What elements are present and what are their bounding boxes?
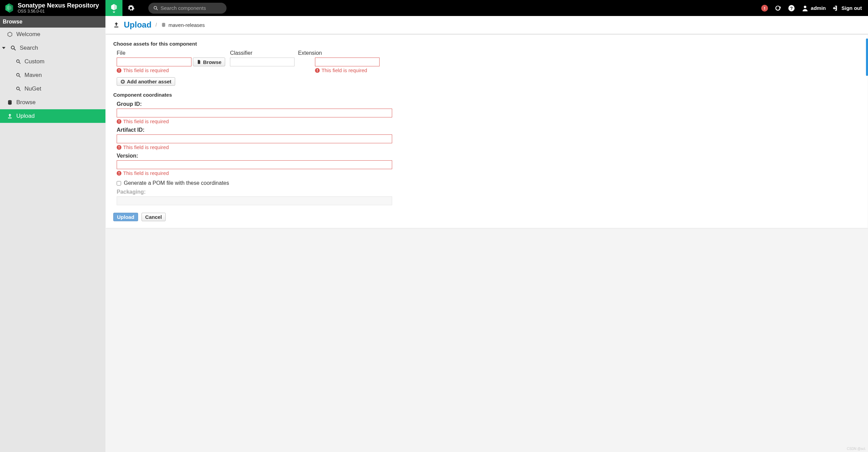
svg-line-1 [156,9,157,10]
form-panel: Choose assets for this component File Br… [106,34,868,228]
upload-icon [113,21,120,28]
asset-row: File Browse This field is required [113,50,860,73]
magnify-icon [16,86,21,92]
upload-button[interactable]: Upload [113,213,138,221]
svg-point-0 [154,6,157,9]
repo-name: maven-releases [168,22,205,28]
nexus-logo-icon [4,3,14,13]
svg-rect-30 [119,122,119,123]
sidebar: Browse Welcome Search Custom Maven NuGet [0,16,105,452]
file-input[interactable] [117,58,191,66]
svg-point-7 [11,46,14,49]
svg-rect-29 [119,120,119,122]
sidebar-item-label: Upload [16,113,35,119]
svg-rect-33 [119,148,119,149]
scrollbar-indicator[interactable] [866,38,868,76]
svg-line-10 [19,62,20,64]
sidebar-item-custom[interactable]: Custom [0,55,105,68]
sidebar-item-label: Browse [16,99,36,106]
add-asset-label: Add another asset [127,79,171,84]
version-error: This field is required [117,170,392,176]
upload-icon [7,113,13,119]
svg-point-18 [162,23,165,24]
error-icon [117,68,121,73]
alert-icon[interactable] [761,5,768,12]
svg-text:?: ? [790,5,793,11]
generate-pom-label: Generate a POM file with these coordinat… [124,180,229,186]
groupid-input[interactable] [117,109,392,117]
mode-admin-button[interactable] [122,0,139,16]
packaging-label: Packaging: [117,189,392,195]
svg-rect-24 [317,71,318,72]
svg-rect-27 [122,81,124,82]
cancel-button[interactable]: Cancel [141,213,166,221]
svg-rect-35 [119,172,119,173]
search-pill[interactable] [148,3,227,14]
sidebar-item-maven[interactable]: Maven [0,68,105,82]
extension-label: Extension [298,50,312,56]
sidebar-item-browse[interactable]: Browse [0,96,105,109]
file-label: File [117,50,225,56]
svg-rect-17 [114,27,118,28]
brand: Sonatype Nexus Repository OSS 3.56.0-01 [0,2,105,14]
hexagon-icon [7,31,13,37]
help-icon[interactable]: ? [788,4,795,12]
brand-title: Sonatype Nexus Repository [18,2,99,9]
cube-icon [110,3,118,11]
signout-icon [832,4,839,12]
topbar: Sonatype Nexus Repository OSS 3.56.0-01 [0,0,868,16]
svg-rect-2 [764,7,765,9]
svg-line-12 [19,76,20,77]
error-icon [315,68,320,73]
user-menu[interactable]: admin [801,4,826,12]
breadcrumb: Upload / maven-releases [105,16,868,34]
search-input[interactable] [161,5,222,11]
extension-input[interactable] [315,58,380,66]
svg-rect-16 [8,118,12,118]
main: Upload / maven-releases Choose assets fo… [105,16,868,452]
add-asset-button[interactable]: Add another asset [117,77,175,86]
groupid-error: This field is required [117,118,392,124]
error-icon [117,119,121,124]
magnify-icon [10,45,16,51]
sidebar-item-welcome[interactable]: Welcome [0,28,105,41]
page-title[interactable]: Upload [124,20,151,30]
file-error: This field is required [117,67,225,73]
signout-button[interactable]: Sign out [832,4,862,12]
search-icon [153,5,158,11]
svg-rect-23 [317,69,318,70]
sidebar-item-search[interactable]: Search [0,41,105,55]
sidebar-item-nuget[interactable]: NuGet [0,82,105,96]
svg-point-13 [17,87,19,90]
database-icon [7,99,13,106]
top-actions: ? admin Sign out [761,4,868,12]
browse-button[interactable]: Browse [193,58,225,66]
mode-browse-button[interactable] [105,0,122,16]
signout-label: Sign out [841,5,862,11]
chevron-down-icon [2,47,5,49]
generate-pom-checkbox[interactable] [117,181,121,185]
browse-label: Browse [203,59,221,65]
artifactid-error: This field is required [117,144,392,150]
sidebar-item-label: Custom [24,58,45,65]
chevron-down-icon [113,12,115,13]
artifactid-label: Artifact ID: [117,127,392,133]
version-input[interactable] [117,160,392,169]
classifier-input[interactable] [230,58,295,66]
watermark: CSDN @scl. [847,447,866,451]
database-icon [161,22,166,28]
svg-line-8 [14,49,16,50]
refresh-icon[interactable] [774,4,782,12]
artifactid-input[interactable] [117,134,392,143]
svg-rect-20 [119,69,119,70]
error-icon [117,171,121,176]
sidebar-item-label: Welcome [16,31,40,38]
packaging-input [117,196,392,205]
brand-sub: OSS 3.56.0-01 [18,9,99,14]
sidebar-item-label: NuGet [24,85,41,92]
svg-point-15 [8,100,12,102]
file-icon [197,60,201,64]
coord-title: Component coordinates [113,92,860,98]
sidebar-item-upload[interactable]: Upload [0,109,105,123]
svg-point-11 [17,74,19,76]
